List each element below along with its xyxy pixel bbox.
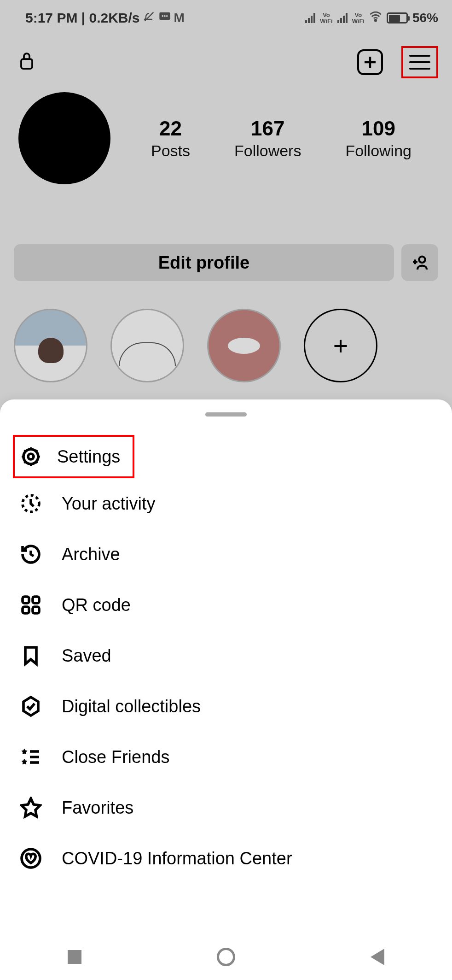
svg-rect-16 xyxy=(23,607,29,613)
edit-profile-button[interactable]: Edit profile xyxy=(14,244,394,281)
hamburger-menu-button[interactable] xyxy=(401,46,438,78)
qrcode-icon xyxy=(18,593,43,617)
edit-profile-label: Edit profile xyxy=(158,253,249,273)
story-highlight[interactable] xyxy=(110,309,184,382)
menu-label: Your activity xyxy=(62,494,155,514)
story-highlight[interactable] xyxy=(14,309,87,382)
following-count: 109 xyxy=(345,117,411,140)
menu-label: Favorites xyxy=(62,798,133,818)
svg-point-11 xyxy=(23,449,38,464)
menu-label: Saved xyxy=(62,646,111,666)
vowifi-icon: VoWiFi xyxy=(352,12,365,24)
heart-circle-icon xyxy=(18,846,43,871)
lock-icon xyxy=(18,50,35,75)
menu-label: QR code xyxy=(62,595,131,615)
gear-icon xyxy=(18,444,43,469)
svg-rect-15 xyxy=(33,597,39,603)
recent-apps-button[interactable] xyxy=(68,950,81,964)
menu-digital-collectibles[interactable]: Digital collectibles xyxy=(0,681,452,732)
star-icon xyxy=(18,795,43,820)
svg-point-1 xyxy=(162,15,163,17)
menu-favorites[interactable]: Favorites xyxy=(0,782,452,833)
following-label: Following xyxy=(345,142,411,160)
close-friends-icon xyxy=(18,745,43,769)
profile-avatar[interactable] xyxy=(18,92,110,184)
menu-settings[interactable]: Settings xyxy=(13,435,134,478)
menu-close-friends[interactable]: Close Friends xyxy=(0,732,452,782)
story-highlight[interactable] xyxy=(207,309,281,382)
mail-icon: M xyxy=(174,11,185,25)
bookmark-icon xyxy=(18,643,43,668)
menu-saved[interactable]: Saved xyxy=(0,630,452,681)
menu-label: Close Friends xyxy=(62,747,169,767)
sheet-drag-handle[interactable] xyxy=(205,412,247,417)
signal-icon xyxy=(305,13,315,23)
add-highlight-button[interactable]: + xyxy=(304,309,377,382)
svg-rect-14 xyxy=(23,597,29,603)
svg-rect-5 xyxy=(21,59,32,69)
menu-qrcode[interactable]: QR code xyxy=(0,580,452,630)
menu-label: Archive xyxy=(62,545,120,564)
menu-label: COVID-19 Information Center xyxy=(62,849,292,869)
signal-icon xyxy=(337,13,348,23)
svg-point-12 xyxy=(28,454,34,459)
sms-icon xyxy=(158,10,171,26)
posts-stat[interactable]: 22 Posts xyxy=(151,117,190,160)
bottom-sheet: Settings Your activity Archive QR code S… xyxy=(0,399,452,980)
followers-count: 167 xyxy=(234,117,301,140)
followers-label: Followers xyxy=(234,142,301,160)
wifi-icon xyxy=(369,10,382,26)
mute-icon xyxy=(143,10,156,26)
activity-icon xyxy=(18,491,43,516)
create-post-button[interactable] xyxy=(357,49,383,75)
android-nav-bar xyxy=(0,934,452,980)
back-button[interactable] xyxy=(371,949,384,965)
vowifi-icon: VoWiFi xyxy=(320,12,332,24)
discover-people-button[interactable] xyxy=(401,244,438,281)
svg-point-8 xyxy=(419,257,425,263)
svg-rect-17 xyxy=(33,607,39,613)
archive-icon xyxy=(18,542,43,567)
status-bar: 5:17 PM | 0.2KB/s M VoWiFi VoWiFi 56% xyxy=(0,0,452,32)
following-stat[interactable]: 109 Following xyxy=(345,117,411,160)
menu-label: Digital collectibles xyxy=(62,697,201,716)
posts-label: Posts xyxy=(151,142,190,160)
menu-archive[interactable]: Archive xyxy=(0,529,452,580)
home-button[interactable] xyxy=(217,948,235,966)
status-time: 5:17 PM | 0.2KB/s xyxy=(25,10,140,26)
menu-label: Settings xyxy=(57,447,120,467)
menu-covid-info[interactable]: COVID-19 Information Center xyxy=(0,833,452,884)
posts-count: 22 xyxy=(151,117,190,140)
svg-point-3 xyxy=(166,15,168,17)
battery-pct: 56% xyxy=(412,11,438,25)
hexagon-check-icon xyxy=(18,694,43,719)
svg-point-2 xyxy=(164,15,166,17)
battery-icon xyxy=(387,12,408,23)
svg-point-4 xyxy=(375,19,377,21)
followers-stat[interactable]: 167 Followers xyxy=(234,117,301,160)
menu-your-activity[interactable]: Your activity xyxy=(0,478,452,529)
